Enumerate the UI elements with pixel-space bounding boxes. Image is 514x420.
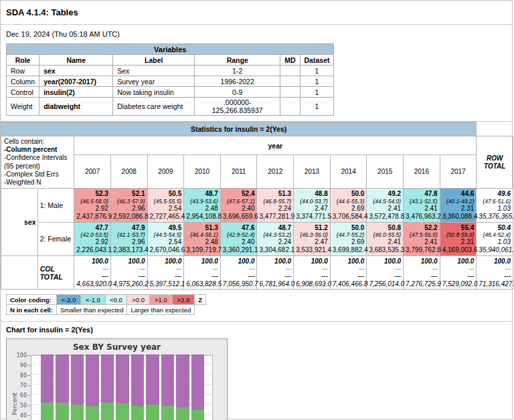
cell-confidence-interval: (46.3-56.0) [296, 231, 328, 238]
cell-confidence-interval: (42.1-53.7) [113, 231, 145, 238]
stat-cell: 50.0(44.7-55.2)2.693,699,882.4 [330, 222, 367, 255]
cell-weighted-n: 71,316,427.2 [479, 280, 511, 288]
cell-percent: 50.0 [333, 224, 365, 232]
stat-cell: 100.0------7,406,466.8 [330, 255, 367, 289]
cell-std-err: 1.03 [479, 238, 511, 246]
col-header-name: Name [39, 55, 113, 66]
cell-confidence-interval: --- [442, 266, 475, 272]
variable-cell: 0-9 [195, 87, 280, 98]
year-header: 2016 [404, 155, 440, 189]
cell-percent: 100.0 [113, 257, 145, 266]
stat-cell: 51.2(46.3-56.0)2.473,533,921.4 [294, 222, 331, 255]
cell-confidence-interval: (44.5-54.0) [369, 198, 401, 205]
color-class-cell: <0.0 [105, 295, 127, 305]
y-tick-label: 100 [12, 352, 27, 358]
cell-std-err: --- [150, 272, 182, 280]
cell-weighted-n: 4,169,003.6 [442, 246, 475, 254]
col-header-role: Role [7, 55, 39, 66]
year-header: 2008 [110, 155, 147, 189]
variable-cell: sex [39, 66, 113, 76]
cell-confidence-interval: (42.9-52.4) [223, 231, 255, 238]
cell-std-err: --- [296, 272, 328, 280]
cell-percent: 48.7 [259, 224, 291, 232]
cell-confidence-interval: (50.8-59.9) [442, 231, 475, 238]
cell-confidence-interval: (46.0-55.5) [369, 231, 401, 238]
cell-std-err: 2.41 [369, 238, 401, 246]
cell-weighted-n: 35,940,061.5 [479, 246, 511, 254]
cell-weighted-n: 3,360,291.1 [223, 246, 255, 254]
cell-percent: 47.8 [406, 190, 438, 198]
cell-weighted-n: 3,696,659.6 [223, 213, 255, 221]
cell-confidence-interval: (42.0-53.5) [76, 231, 108, 238]
stat-data-row: sex1: Male52.3(46.5-58.0)2.922,437,876.9… [1, 189, 513, 222]
stat-cell: 100.0------4,663,920.0 [74, 255, 111, 289]
variable-row: WeightdiabweightDiabetes care weight.000… [7, 98, 334, 116]
cell-percent: 52.4 [223, 190, 255, 198]
cell-percent: 100.0 [333, 257, 365, 266]
stat-cell: 52.2(47.5-56.9)2.413,799,762.8 [404, 222, 440, 255]
stat-cell: 52.3(46.5-58.0)2.922,437,876.9 [74, 189, 111, 222]
y-tick-mark [28, 365, 30, 366]
color-legend-body: Color coding:<-2.0<-1.0<0.0>0.0>1.0>2.0Z… [7, 295, 206, 315]
variables-header-row: Role Name Label Range MD Dataset [7, 55, 334, 66]
cell-weighted-n: 7,276,725.9 [406, 280, 438, 288]
stat-cell: 47.6(42.9-52.4)2.403,360,291.1 [220, 222, 257, 255]
larger-than-expected-label: Larger than expected [127, 305, 195, 315]
cell-percent: 50.4 [479, 224, 511, 232]
y-tick-mark [28, 375, 30, 376]
cell-std-err: 2.96 [113, 238, 145, 246]
title-section: SDA 4.1.4: Tables [1, 1, 512, 25]
cells-contain-line: -Weighted N [4, 179, 71, 187]
y-tick-mark [28, 405, 30, 406]
variable-cell: 1996-2022 [195, 76, 280, 87]
variable-cell [280, 76, 300, 87]
n-expected-row: N in each cell:Smaller than expectedLarg… [7, 305, 206, 315]
bar-segment-female [191, 354, 205, 410]
cell-std-err: 2.69 [333, 238, 365, 246]
cell-std-err: --- [333, 272, 365, 280]
stat-cell: 50.8(46.0-55.5)2.413,683,535.3 [367, 222, 404, 255]
stat-cell: 52.4(47.6-57.1)2.403,696,659.6 [220, 189, 257, 222]
variable-cell [280, 98, 300, 116]
year-header-row: 2007200820092010201120122013201420152016… [1, 155, 513, 189]
cell-weighted-n: 7,406,466.8 [333, 280, 365, 288]
cells-contain-line: -Column percent [4, 146, 71, 154]
cell-percent: 47.6 [223, 224, 255, 232]
bar-segment-male [71, 405, 84, 420]
bar-segment-female [56, 354, 69, 403]
variable-cell: Row [7, 66, 39, 76]
cell-weighted-n: 2,954,108.8 [186, 213, 218, 221]
cell-percent: 100.0 [442, 257, 475, 266]
cell-percent: 52.3 [76, 190, 108, 198]
bar-segment-female [41, 354, 54, 403]
stat-cell: 50.5(45.5-55.5)2.542,727,465.4 [147, 189, 184, 222]
cell-confidence-interval: (47.5-56.9) [406, 231, 438, 238]
variable-cell: .000000-125,266.835937 [195, 98, 280, 116]
col-header-dataset: Dataset [300, 55, 334, 66]
cell-percent: 48.8 [296, 190, 328, 198]
cell-confidence-interval: --- [369, 266, 401, 272]
empty-cell [1, 255, 38, 289]
page-title: SDA 4.1.4: Tables [6, 7, 78, 17]
y-tick-label: 40 [12, 413, 27, 419]
plot-area [31, 355, 213, 420]
cell-weighted-n: 2,437,876.9 [76, 213, 108, 221]
cell-std-err: 2.47 [296, 238, 328, 246]
cell-percent: 52.1 [113, 190, 145, 198]
cell-confidence-interval: (46.5-58.0) [76, 198, 108, 205]
cell-percent: 51.3 [186, 224, 218, 232]
stat-cell: 100.0------6,781,964.0 [257, 255, 294, 289]
cell-std-err: 2.41 [406, 205, 438, 213]
cells-contain-note: Cells contain:-Column percent-Confidence… [1, 136, 74, 189]
cell-std-err: --- [406, 272, 438, 280]
stat-cell: 47.8(43.1-52.5)2.413,476,963.2 [404, 189, 440, 222]
cell-std-err: --- [479, 272, 511, 280]
cell-percent: 100.0 [479, 257, 511, 266]
cell-percent: 50.8 [369, 224, 401, 232]
cell-std-err: --- [259, 272, 291, 280]
year-header: 2011 [220, 155, 257, 189]
cell-std-err: --- [369, 272, 401, 280]
variable-cell: Weight [7, 98, 39, 116]
cell-percent: 48.7 [186, 190, 218, 198]
cell-weighted-n: 4,663,920.0 [76, 280, 108, 288]
